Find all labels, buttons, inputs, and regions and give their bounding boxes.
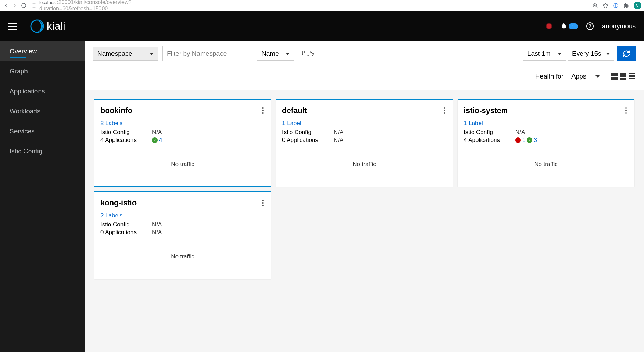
app-header: kiali 1 ? anonymous (0, 11, 644, 41)
sort-label: Name (261, 50, 279, 58)
sort-direction-icon[interactable]: ↓AZ (300, 50, 314, 58)
card-title: kong-istio (100, 198, 265, 207)
labels-link[interactable]: 1 Label (464, 120, 628, 127)
address-bar[interactable]: i localhost:20001/kiali/console/overview… (30, 0, 590, 12)
toolbar-secondary: Health for Apps (85, 66, 644, 90)
username-text[interactable]: anonymous (602, 22, 636, 30)
profile-avatar[interactable]: V (634, 2, 641, 9)
apps-value: N/A (152, 229, 162, 236)
istio-config-label: Istio Config (282, 129, 334, 136)
health-for-label: Health for (535, 73, 564, 80)
health-error-icon: ! (515, 137, 521, 143)
traffic-status: No traffic (282, 161, 447, 168)
svg-line-3 (596, 6, 597, 7)
back-icon[interactable] (3, 2, 9, 9)
namespace-card-bookinfo[interactable]: bookinfo2 LabelsIstio ConfigN/A4 Applica… (94, 99, 271, 187)
istio-config-value: N/A (515, 129, 525, 136)
chevron-down-icon (286, 53, 290, 55)
traffic-status: No traffic (100, 161, 265, 168)
istio-config-label: Istio Config (100, 221, 152, 228)
logo[interactable]: kiali (30, 19, 65, 33)
card-menu-icon[interactable] (442, 106, 447, 115)
card-title: default (282, 106, 447, 115)
sidebar-item-services[interactable]: Services (0, 121, 85, 141)
namespace-card-kong-istio[interactable]: kong-istio2 LabelsIstio ConfigN/A0 Appli… (94, 191, 271, 279)
card-title: bookinfo (100, 106, 265, 115)
puzzle-icon[interactable] (623, 3, 629, 8)
card-menu-icon[interactable] (261, 106, 265, 115)
labels-link[interactable]: 2 Labels (100, 212, 265, 219)
kiali-logo-icon (30, 19, 44, 33)
istio-config-value: N/A (152, 221, 162, 228)
istio-config-label: Istio Config (464, 129, 515, 136)
health-for-dropdown[interactable]: Apps (567, 70, 604, 83)
health-ok-icon: ✓ (527, 137, 532, 143)
zoom-icon[interactable] (592, 3, 598, 8)
chevron-down-icon (595, 75, 600, 78)
apps-label: 4 Applications (100, 137, 152, 144)
namespace-card-istio-system[interactable]: istio-system1 LabelIstio ConfigN/A4 Appl… (458, 99, 634, 187)
health-ok-icon: ✓ (152, 137, 158, 143)
extension-icon[interactable] (613, 3, 619, 8)
chevron-down-icon (558, 53, 562, 55)
labels-link[interactable]: 2 Labels (100, 120, 265, 127)
notification-badge: 1 (569, 23, 578, 29)
istio-config-value: N/A (152, 129, 162, 136)
view-grid-large-icon[interactable] (611, 73, 618, 80)
refresh-button[interactable] (617, 46, 636, 61)
url-input[interactable] (164, 3, 588, 8)
sidebar-item-graph[interactable]: Graph (0, 61, 85, 81)
traffic-status: No traffic (464, 161, 628, 168)
health-count: 4 (159, 137, 162, 144)
chevron-down-icon (606, 53, 610, 55)
refresh-label: Every 15s (572, 50, 601, 58)
chevron-down-icon (150, 53, 154, 55)
apps-value: N/A (334, 137, 343, 144)
url-text: localhost:20001/kiali/console/overview?d… (39, 0, 162, 12)
record-icon[interactable] (546, 23, 552, 29)
view-list-icon[interactable] (629, 73, 636, 80)
card-title: istio-system (464, 106, 628, 115)
svg-marker-4 (603, 3, 608, 8)
reload-icon[interactable] (21, 2, 27, 9)
sidebar: OverviewGraphApplicationsWorkloadsServic… (0, 41, 85, 352)
extension-icons: V (592, 2, 641, 9)
browser-bar: i localhost:20001/kiali/console/overview… (0, 0, 644, 11)
notifications[interactable]: 1 (560, 23, 578, 30)
refresh-icon (623, 50, 630, 58)
apps-label: 0 Applications (282, 137, 334, 144)
sidebar-item-workloads[interactable]: Workloads (0, 101, 85, 121)
namespace-dropdown[interactable]: Namespace (93, 47, 158, 61)
namespace-cards: bookinfo2 LabelsIstio ConfigN/A4 Applica… (85, 90, 644, 289)
sort-dropdown[interactable]: Name (257, 47, 294, 61)
health-for-value: Apps (571, 73, 586, 80)
apps-label: 4 Applications (464, 137, 515, 144)
health-ok-count: 3 (534, 137, 537, 144)
main-content: Namespace Name ↓AZ Last 1m Every 15s (85, 41, 644, 352)
menu-icon[interactable] (8, 23, 17, 30)
labels-link[interactable]: 1 Label (282, 120, 447, 127)
info-icon: i (32, 3, 36, 8)
istio-config-label: Istio Config (100, 129, 152, 136)
health-error-count: 1 (522, 137, 525, 144)
star-icon[interactable] (603, 3, 608, 8)
toolbar: Namespace Name ↓AZ Last 1m Every 15s (85, 41, 644, 66)
forward-icon[interactable] (12, 2, 18, 9)
traffic-status: No traffic (100, 253, 265, 260)
sidebar-item-overview[interactable]: Overview (0, 41, 85, 61)
refresh-interval-dropdown[interactable]: Every 15s (568, 47, 614, 61)
namespace-card-default[interactable]: default1 LabelIstio ConfigN/A0 Applicati… (276, 99, 453, 187)
logo-text: kiali (47, 20, 65, 32)
sidebar-item-istio-config[interactable]: Istio Config (0, 141, 85, 161)
bell-icon (560, 23, 567, 30)
duration-dropdown[interactable]: Last 1m (523, 47, 566, 61)
filter-input[interactable] (162, 46, 253, 61)
duration-label: Last 1m (527, 50, 551, 58)
sidebar-item-applications[interactable]: Applications (0, 81, 85, 101)
card-menu-icon[interactable] (624, 106, 628, 115)
card-menu-icon[interactable] (261, 198, 265, 207)
view-grid-small-icon[interactable] (620, 73, 627, 80)
apps-label: 0 Applications (100, 229, 152, 236)
istio-config-value: N/A (334, 129, 343, 136)
help-icon[interactable]: ? (586, 22, 594, 30)
